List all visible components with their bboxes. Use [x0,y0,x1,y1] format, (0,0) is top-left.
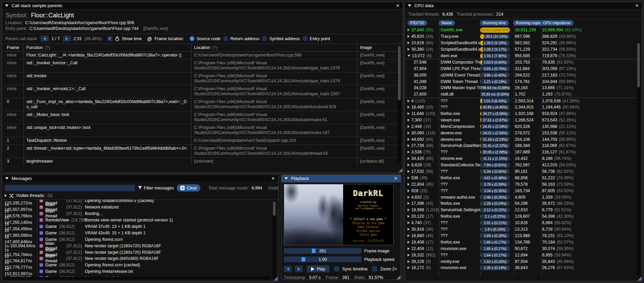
callstack-row[interactable]: inlinestd::_Invoker_ret<void,1>::_CallC:… [4,85,398,98]
cpu-row[interactable]: 44,692(84)devenv.exe21.43 s (2.23%)254,1… [405,136,642,143]
expand-arrow-icon[interactable] [408,119,410,121]
function-cell[interactable]: beginthreadex [24,158,191,166]
radio-option-return-address[interactable]: Return address [223,36,259,41]
pid-cell[interactable]: 18,968(1,018) [408,207,439,212]
cpu-row[interactable]: 18,460(20)???42.85 s (4.45%)2,344,9151,1… [405,104,642,111]
cpu-row[interactable]: 37,840(55)DarkRL.exe33:30.8 (208.96%)16,… [405,27,642,33]
expand-arrow-icon[interactable] [408,189,410,192]
function-cell[interactable]: std::_Mutex_base::lock [24,111,191,124]
callstack-row[interactable]: 3beginthreadex[unknown][ucrtbase.dll] [4,158,398,166]
resize-grip[interactable] [273,276,278,281]
pid-cell[interactable]: 22,804(45) [408,182,439,187]
pid-cell[interactable]: 37,904 [408,66,439,71]
visible-threads-row[interactable]: Visible threads: (5) [2,193,278,199]
function-cell[interactable]: std::_Func_impl_no_alloc<<lambda_5bc224f… [24,98,191,111]
close-icon[interactable]: ✕ [394,176,398,181]
expand-arrow-icon[interactable] [408,241,410,244]
cpu-row[interactable]: 16,880(46)???1.69 s (0.18%)123,98878,231… [405,233,642,239]
pid-cell[interactable]: 44,692(84) [408,137,439,142]
pid-cell[interactable]: 30,380(24) [408,47,439,52]
callstack-row[interactable]: 2std::thread::_Invoke<std::tuple<<lambda… [4,145,398,158]
radio-option-symbol-address[interactable]: Symbol address [262,36,300,41]
cpu-row[interactable]: 27,736(88)ServiceHub.DataWarehouseHost.e… [405,143,642,149]
cpu-row[interactable]: 34,420(65)chrome.exe11.11 s (1.15%)14,43… [405,155,642,162]
expand-arrow-icon[interactable] [408,254,410,256]
cpu-titlebar[interactable]: CPU data ✕ [405,2,642,10]
expand-arrow-icon[interactable] [408,35,410,38]
filter-input[interactable] [5,185,135,191]
pid-cell[interactable]: 7,300(37) [408,118,439,122]
expand-arrow-icon[interactable] [408,228,410,231]
function-cell[interactable]: TaskDispatch::Worker [24,137,191,145]
cpu-column-button[interactable]: PID/TID [408,20,427,26]
cpu-row[interactable]: 11,648(120)firefox.exe34.27 s (3.56%)1,9… [405,111,642,117]
message-row[interactable]: 1s 150,994,64nsMain thread(37,812)New re… [2,243,278,249]
cpu-row[interactable]: 2,448(18)MemCompression24.41 s (2.54%)62… [405,123,642,130]
pid-cell[interactable]: 34,028 [408,85,439,90]
callstack-row[interactable]: inlinestd::invokeC:\Program Files (x86)\… [4,72,398,85]
pid-cell[interactable]: 8,628(18) [408,163,439,167]
cpu-row[interactable]: 37,904DWM LPC Port Thread6.69 s (0.70%)3… [405,65,642,72]
callstack-row[interactable]: 1TaskDispatch::WorkerC:\Users\wolf\Deskt… [4,137,398,145]
cpu-row[interactable]: 30,380(24)ScriptedSandbox64.exe1:28.2 (9… [405,46,642,53]
cpu-row[interactable]: 17,532(56)???5.34 s (0.55%)90,18156,738(… [405,168,642,175]
cpu-row[interactable]: 18,408(17)firefox.exe1.66 s (0.17%)134,7… [405,239,642,245]
pid-cell[interactable]: 536(49) [408,176,439,180]
prev-callstack-button[interactable] [41,36,49,41]
message-row[interactable]: 1s 147,383,566nsGame(36,912)VRAM 43x45: … [2,230,278,236]
expand-arrow-icon[interactable] [408,260,410,263]
function-cell[interactable]: std::invoke [24,72,191,85]
callstack-row[interactable]: inlinestd::unique_lock<std::mutex>::lock… [4,124,398,137]
message-row[interactable]: 1s 147,354,456nsGame(36,912)VRAM 37x45: … [2,223,278,230]
resize-grip[interactable] [637,276,642,281]
frame-image-slider[interactable]: 261 [284,248,362,254]
scrollbar-thumb[interactable] [637,43,640,87]
collapse-icon[interactable] [5,4,9,7]
message-row[interactable]: 1s 120,335,272nsMain thread(37,812)Openi… [2,199,278,204]
expand-arrow-icon[interactable] [408,100,410,102]
expand-arrow-icon[interactable] [408,266,410,269]
scrollbar-thumb[interactable] [398,46,401,100]
cpu-row[interactable]: 28,228(5)mintty.exe1.52 s (0.16%)87,5043… [405,258,642,265]
radio-icon[interactable] [303,36,308,41]
expand-arrow-icon[interactable] [408,41,410,44]
pid-cell[interactable]: 18,408(17) [408,240,439,245]
pid-cell[interactable]: 30,060(116) [408,131,439,135]
message-row[interactable]: 1s 146,576,766nsMain thread(37,812)Booti… [2,211,278,217]
pid-cell[interactable]: 38,000 [408,73,439,78]
pid-cell[interactable]: 27,548 [408,60,439,65]
cpu-row[interactable]: 30,060(116)devenv.exe24.01 s (2.50%)278,… [405,130,642,136]
pid-cell[interactable]: 17,396(43) [408,201,439,206]
expand-arrow-icon[interactable] [408,221,410,224]
expand-arrow-icon[interactable] [408,234,410,237]
next-callstack-button[interactable] [63,36,71,41]
expand-arrow-icon[interactable] [408,215,410,218]
expand-arrow-icon[interactable] [408,48,410,51]
cpu-row[interactable]: 22,404(12)msvsmon.exe1.65 s (0.17%)50,67… [405,245,642,252]
expand-arrow-icon[interactable] [408,170,410,173]
expand-arrow-icon[interactable] [408,183,410,186]
expand-arrow-icon[interactable] [408,144,410,147]
pid-cell[interactable]: 16,332(982) [408,253,439,257]
sync-timeline-checkbox[interactable] [334,266,339,271]
col-location[interactable]: Location(?) [191,44,357,52]
pid-cell[interactable]: 4,632(2) [408,195,439,200]
pid-cell[interactable]: 27,800 [408,92,439,97]
callstack-row[interactable]: inlinestd::_Invoker_functor::_CallC:\Pro… [4,60,398,72]
cpu-row[interactable]: 41,348DWM Token Thread1.21 s (0.13%)174,… [405,78,642,85]
cpu-row[interactable]: 27,800ntdll.dll25.93 ms (0.00%)1,7021,29… [405,91,642,98]
message-row[interactable]: 1s 152,912,997nsGame(36,912)Opening /met… [2,268,278,275]
pid-cell[interactable]: 11,648(120) [408,111,439,116]
cpu-row[interactable]: 7,300(37)steam.exe27.61 s (2.87%)1,286,5… [405,117,642,123]
message-row[interactable]: 1s 147,255,145nsRemoteView(18,796)Remote… [2,217,278,223]
cpu-column-button[interactable]: Running time [480,20,509,26]
messages-scrollbar[interactable] [273,200,276,279]
scrollbar-thumb[interactable] [273,201,276,216]
col-frame[interactable]: Frame [4,44,24,52]
expand-arrow-icon[interactable] [408,202,410,205]
cpu-row[interactable]: 536(49)firefox.exe4.61 s (0.48%)68,85651… [405,174,642,181]
pid-cell[interactable]: 4(120) [408,99,439,103]
clear-button[interactable]: ✕ Clear [177,184,200,192]
cpu-row[interactable]: 27,548DWM Compositor Thread1:03.5 (6.60%… [405,59,642,65]
cpu-row[interactable]: 22,804(45)???3.78 s (0.39%)79,57858,163(… [405,181,642,187]
